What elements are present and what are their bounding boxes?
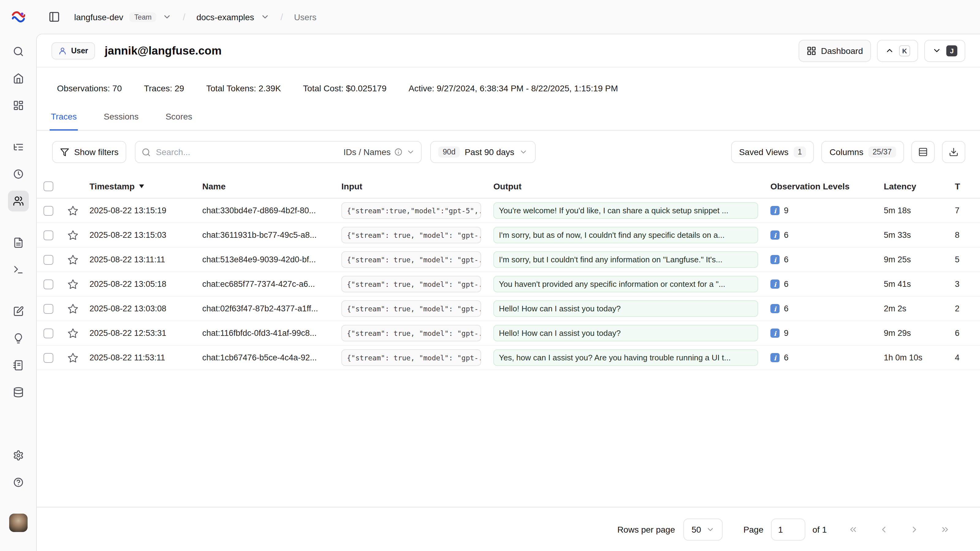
sidebar-item-annotation[interactable] (8, 355, 29, 376)
pagination (843, 519, 956, 540)
next-user-button[interactable]: J (924, 40, 965, 62)
sidebar-item-dashboards[interactable] (8, 95, 29, 116)
dashboard-button[interactable]: Dashboard (798, 40, 871, 62)
next-page-button[interactable] (904, 519, 925, 540)
row-checkbox[interactable] (43, 353, 53, 363)
stat-traces: Traces: 29 (144, 83, 184, 93)
row-checkbox[interactable] (43, 255, 53, 264)
select-all-checkbox[interactable] (43, 181, 53, 191)
time-range-label: Past 90 days (465, 147, 514, 157)
table-row[interactable]: 2025-08-22 13:15:19 chat:330bd4e7-d869-4… (37, 199, 980, 223)
breadcrumb-organization[interactable]: langfuse-dev (74, 12, 123, 22)
star-icon[interactable] (67, 279, 78, 290)
sidebar-toggle-button[interactable] (45, 8, 63, 26)
sidebar-item-search[interactable] (8, 41, 29, 62)
table-row[interactable]: 2025-08-22 13:15:03 chat:3611931b-bc77-4… (37, 223, 980, 248)
sidebar-item-prompts[interactable] (8, 232, 29, 253)
observation-levels-cell: 6 (765, 255, 879, 264)
page-title: jannik@langfuse.com (105, 44, 222, 57)
table-row[interactable]: 2025-08-22 13:11:11 chat:513e84e9-9039-4… (37, 248, 980, 272)
content-card: User jannik@langfuse.com Dashboard K J (36, 34, 980, 551)
column-header-input[interactable]: Input (336, 181, 488, 191)
rows-per-page-value: 50 (692, 524, 701, 534)
sidebar-item-playground[interactable] (8, 259, 29, 280)
star-icon[interactable] (67, 205, 78, 216)
chevron-down-icon (706, 525, 714, 533)
sidebar-item-datasets[interactable] (8, 382, 29, 403)
star-icon[interactable] (67, 229, 78, 240)
table-row[interactable]: 2025-08-22 12:53:31 chat:116fbfdc-0fd3-4… (37, 321, 980, 346)
trace-name-cell: chat:3611931b-bc77-49c5-a8... (197, 231, 336, 240)
column-header-timestamp[interactable]: Timestamp (84, 181, 197, 191)
sidebar-item-home[interactable] (8, 68, 29, 89)
time-range-button[interactable]: 90d Past 90 days (431, 141, 536, 163)
langfuse-app: langfuse-dev Team docs-examples Users Us… (0, 0, 980, 551)
star-icon[interactable] (67, 328, 78, 339)
sort-desc-icon (139, 184, 144, 188)
output-cell: Hello! How can I assist you today? (493, 300, 758, 317)
table-row[interactable]: 2025-08-22 13:03:08 chat:02f63f47-87b2-4… (37, 297, 980, 321)
star-icon[interactable] (67, 303, 78, 314)
column-header-output[interactable]: Output (488, 181, 765, 191)
row-checkbox[interactable] (43, 205, 53, 215)
page-number-input[interactable] (771, 518, 805, 540)
export-button[interactable] (942, 141, 965, 163)
previous-page-button[interactable] (873, 519, 894, 540)
column-header-truncated[interactable]: T (946, 181, 980, 191)
star-icon[interactable] (67, 254, 78, 265)
columns-button[interactable]: Columns 25/37 (822, 141, 904, 163)
sidebar-item-evaluation[interactable] (8, 301, 29, 322)
row-checkbox[interactable] (43, 279, 53, 289)
truncated-cell: 3 (946, 279, 980, 289)
saved-views-button[interactable]: Saved Views 1 (731, 141, 814, 163)
sidebar-item-settings[interactable] (8, 445, 29, 466)
columns-label: Columns (829, 147, 864, 157)
output-cell: You're welcome! If you'd like, I can sha… (493, 202, 758, 219)
column-header-name[interactable]: Name (197, 181, 336, 191)
tab-scores[interactable]: Scores (164, 111, 193, 131)
sidebar-item-tracing[interactable] (8, 137, 29, 158)
timestamp-cell: 2025-08-22 13:15:19 (84, 206, 197, 215)
info-level-icon (770, 353, 780, 362)
previous-user-button[interactable]: K (877, 40, 918, 62)
last-page-button[interactable] (935, 519, 956, 540)
info-level-icon (770, 279, 780, 289)
trace-name-cell: chat:ec685f77-7374-427c-a6... (197, 279, 336, 289)
search-scope-dropdown[interactable]: IDs / Names (344, 147, 415, 157)
output-cell: I'm sorry, but I couldn't find any infor… (493, 251, 758, 268)
star-icon[interactable] (67, 352, 78, 363)
breadcrumb-project[interactable]: docs-examples (196, 12, 254, 22)
tab-sessions[interactable]: Sessions (103, 111, 140, 131)
user-avatar[interactable] (9, 514, 27, 532)
sidebar-item-judge[interactable] (8, 328, 29, 349)
input-cell: {"stream":true,"model":"gpt-5",... (341, 202, 481, 219)
sidebar-item-sessions[interactable] (8, 164, 29, 185)
langfuse-logo[interactable] (11, 10, 25, 23)
tab-bar: Traces Sessions Scores (37, 111, 980, 131)
row-checkbox[interactable] (43, 304, 53, 314)
header-actions: Dashboard K J (798, 40, 965, 62)
row-checkbox[interactable] (43, 328, 53, 338)
search-input[interactable] (156, 147, 339, 157)
rows-per-page-select[interactable]: 50 (684, 518, 722, 540)
column-header-latency[interactable]: Latency (879, 181, 946, 191)
chevron-down-icon[interactable] (260, 12, 269, 21)
tab-traces[interactable]: Traces (49, 111, 78, 131)
lightbulb-icon (13, 333, 24, 344)
table-row[interactable]: 2025-08-22 13:05:18 chat:ec685f77-7374-4… (37, 272, 980, 297)
sidebar-nav (8, 41, 29, 403)
first-page-button[interactable] (843, 519, 864, 540)
sidebar-item-users[interactable] (8, 191, 29, 212)
chevron-down-icon[interactable] (163, 12, 172, 21)
row-height-button[interactable] (912, 141, 935, 163)
row-checkbox[interactable] (43, 230, 53, 240)
sidebar-item-support[interactable] (8, 472, 29, 493)
table-row[interactable]: 2025-08-22 11:53:11 chat:1cb67476-b5ce-4… (37, 346, 980, 370)
settings-gear-icon (13, 450, 24, 461)
show-filters-button[interactable]: Show filters (52, 141, 127, 163)
input-cell: {"stream": true, "model": "gpt-... (341, 251, 481, 268)
input-cell: {"stream": true, "model": "gpt-... (341, 349, 481, 366)
column-header-observation-levels[interactable]: Observation Levels (765, 181, 879, 191)
info-icon (395, 148, 403, 156)
truncated-cell: 6 (946, 328, 980, 338)
